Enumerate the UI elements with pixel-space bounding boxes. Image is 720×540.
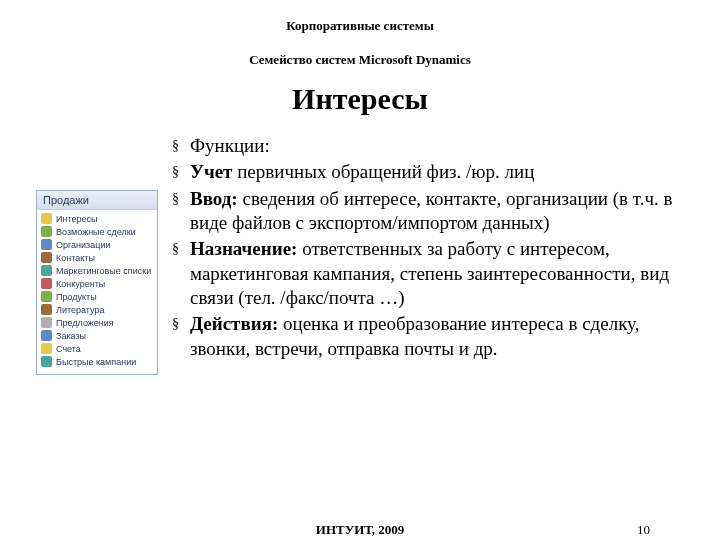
- sidebar-item-opportunities[interactable]: Возможные сделки: [37, 225, 157, 238]
- page-title: Интересы: [0, 82, 720, 116]
- page-number: 10: [637, 522, 650, 538]
- bullet-label: Ввод:: [190, 188, 238, 209]
- bullet-marker-icon: §: [172, 134, 190, 158]
- invoices-icon: [41, 343, 52, 354]
- bullet-text: Назначение: ответственных за работу с ин…: [190, 237, 702, 310]
- orders-icon: [41, 330, 52, 341]
- footer-center: ИНТУИТ, 2009: [316, 522, 404, 538]
- opportunities-icon: [41, 226, 52, 237]
- sidebar-item-offers[interactable]: Предложения: [37, 316, 157, 329]
- organizations-icon: [41, 239, 52, 250]
- bullet-item: § Функции:: [172, 134, 702, 158]
- sidebar-item-products[interactable]: Продукты: [37, 290, 157, 303]
- competitors-icon: [41, 278, 52, 289]
- sidebar-item-label: Заказы: [56, 331, 86, 341]
- sidebar-item-label: Продукты: [56, 292, 97, 302]
- sidebar-item-label: Предложения: [56, 318, 114, 328]
- sidebar-item-label: Быстрые кампании: [56, 357, 136, 367]
- sidebar-item-label: Организации: [56, 240, 110, 250]
- literature-icon: [41, 304, 52, 315]
- sidebar-item-label: Счета: [56, 344, 81, 354]
- interests-icon: [41, 213, 52, 224]
- sales-sidebar: Продажи Интересы Возможные сделки Органи…: [36, 190, 158, 375]
- sidebar-item-contacts[interactable]: Контакты: [37, 251, 157, 264]
- sidebar-item-label: Конкуренты: [56, 279, 105, 289]
- sidebar-item-label: Интересы: [56, 214, 97, 224]
- bullet-item: § Учет первичных обращений физ. /юр. лиц: [172, 160, 702, 184]
- header-small: Корпоративные системы: [0, 18, 720, 34]
- bullet-marker-icon: §: [172, 237, 190, 310]
- subheader: Семейство систем Microsoft Dynamics: [0, 52, 720, 68]
- bullet-marker-icon: §: [172, 187, 190, 236]
- bullet-marker-icon: §: [172, 160, 190, 184]
- sidebar-item-competitors[interactable]: Конкуренты: [37, 277, 157, 290]
- bullet-text: Учет первичных обращений физ. /юр. лиц: [190, 160, 702, 184]
- sidebar-item-orders[interactable]: Заказы: [37, 329, 157, 342]
- sidebar-item-invoices[interactable]: Счета: [37, 342, 157, 355]
- bullet-item: § Ввод: сведения об интересе, контакте, …: [172, 187, 702, 236]
- bullet-rest: первичных обращений физ. /юр. лиц: [232, 161, 534, 182]
- bullet-item: § Назначение: ответственных за работу с …: [172, 237, 702, 310]
- sidebar-item-organizations[interactable]: Организации: [37, 238, 157, 251]
- bullet-text: Действия: оценка и преобразование интере…: [190, 312, 702, 361]
- contacts-icon: [41, 252, 52, 263]
- bullet-list: § Функции: § Учет первичных обращений фи…: [158, 134, 702, 375]
- sidebar-item-interests[interactable]: Интересы: [37, 212, 157, 225]
- bullet-text: Ввод: сведения об интересе, контакте, ор…: [190, 187, 702, 236]
- bullet-item: § Действия: оценка и преобразование инте…: [172, 312, 702, 361]
- bullet-label: Действия:: [190, 313, 278, 334]
- sidebar-header: Продажи: [37, 191, 157, 210]
- sidebar-body: Интересы Возможные сделки Организации Ко…: [37, 210, 157, 374]
- sidebar-item-literature[interactable]: Литература: [37, 303, 157, 316]
- sidebar-item-marketing-lists[interactable]: Маркетинговые списки: [37, 264, 157, 277]
- sidebar-item-label: Маркетинговые списки: [56, 266, 151, 276]
- offers-icon: [41, 317, 52, 328]
- bullet-text: Функции:: [190, 134, 702, 158]
- marketing-lists-icon: [41, 265, 52, 276]
- sidebar-item-quick-campaigns[interactable]: Быстрые кампании: [37, 355, 157, 368]
- body-row: Продажи Интересы Возможные сделки Органи…: [0, 134, 720, 375]
- sidebar-item-label: Контакты: [56, 253, 95, 263]
- sidebar-item-label: Литература: [56, 305, 104, 315]
- bullet-marker-icon: §: [172, 312, 190, 361]
- bullet-label: Учет: [190, 161, 232, 182]
- products-icon: [41, 291, 52, 302]
- bullet-label: Назначение:: [190, 238, 297, 259]
- bullet-rest: сведения об интересе, контакте, организа…: [190, 188, 672, 233]
- quick-campaigns-icon: [41, 356, 52, 367]
- sidebar-item-label: Возможные сделки: [56, 227, 136, 237]
